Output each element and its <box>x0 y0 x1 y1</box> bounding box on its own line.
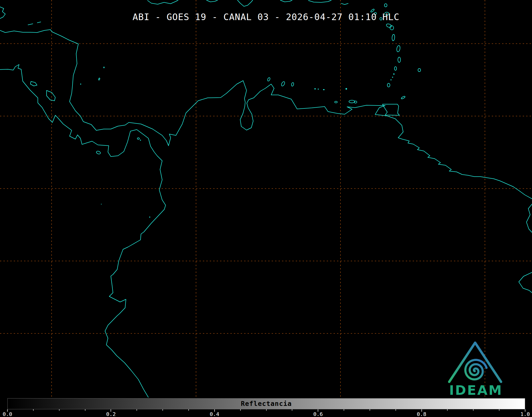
colorbar-minor-tick <box>162 409 163 411</box>
coastline-hispaniola-south <box>238 0 253 6</box>
coastline-puerto-rico-south <box>308 0 331 2</box>
island-pearl-2 <box>140 140 141 141</box>
island-grenadines-1 <box>393 73 394 75</box>
island-los-roques-1 <box>314 88 316 89</box>
colorbar-minor-tick <box>473 409 474 411</box>
coastline-caribbean-mainland <box>0 30 532 199</box>
colorbar-minor-tick <box>499 409 499 411</box>
island-barbados <box>418 68 421 72</box>
colorbar-minor-tick <box>137 409 137 411</box>
coastline-right-edge-fragment-2 <box>519 272 532 293</box>
island-grenada <box>387 83 390 87</box>
island-martinique <box>396 45 401 52</box>
colorbar-minor-tick <box>59 409 60 411</box>
coastline-pacific-mainland <box>0 65 166 397</box>
coastline-right-edge-fragment-1 <box>526 204 532 232</box>
colorbar-minor-tick <box>266 409 267 411</box>
island-aruba <box>267 77 270 81</box>
island-trinidad <box>383 104 399 115</box>
island-blanquilla <box>345 88 347 90</box>
colorbar-minor-tick <box>85 409 85 411</box>
coastline-jamaica-south <box>148 0 178 4</box>
colorbar-minor-tick <box>188 409 189 411</box>
lake-nicaragua <box>47 90 55 101</box>
island-grenadines-2 <box>392 77 393 78</box>
colorbar-minor-tick <box>395 409 396 411</box>
colorbar-minor-tick <box>370 409 370 411</box>
island-los-roques-2 <box>318 89 319 90</box>
ideam-logo: IDEAM <box>445 334 506 398</box>
lake-managua <box>30 81 37 86</box>
ideam-logo-mark <box>445 334 506 384</box>
colorbar-minor-tick <box>447 409 448 411</box>
island-corn <box>80 84 81 85</box>
colorbar-tick-label: 0.0 <box>3 411 12 417</box>
satellite-image-viewport: ABI - GOES 19 - CANAL 03 - 2026-04-27 01… <box>0 0 532 417</box>
island-providencia <box>103 67 104 68</box>
colorbar-minor-tick <box>33 409 34 411</box>
colorbar-tick-label: 0.6 <box>313 411 323 417</box>
colorbar-tick-label: 1.0 <box>520 411 530 417</box>
island-curacao <box>281 81 285 87</box>
island-coiba <box>96 151 101 155</box>
colorbar-tick-label: 0.4 <box>210 411 219 417</box>
island-margarita <box>349 100 355 103</box>
island-grenadines-3 <box>390 79 392 80</box>
venezuelan-islands <box>267 77 357 103</box>
colorbar-tick-label: 0.2 <box>106 411 116 417</box>
island-pearl-1 <box>137 138 139 139</box>
island-st-croix <box>341 3 348 4</box>
island-st-vincent <box>394 67 397 70</box>
colorbar-label: Reflectancia <box>7 398 525 409</box>
colorbar-minor-tick <box>240 409 241 411</box>
island-malpelo <box>101 204 102 204</box>
island-dominica <box>392 34 395 41</box>
island-tobago <box>401 96 406 99</box>
island-san-andres <box>98 78 100 80</box>
logo-spiral <box>465 360 486 379</box>
island-barbuda <box>384 4 387 7</box>
island-gorgona <box>149 217 150 218</box>
island-st-lucia <box>398 57 401 62</box>
ideam-logo-text: IDEAM <box>445 383 506 398</box>
colorbar-tick-labels: 0.00.20.40.60.81.0 <box>7 411 525 417</box>
west-caribbean-pacific-islands <box>80 67 150 218</box>
island-guadeloupe-e <box>389 25 394 30</box>
colorbar-tick-label: 0.8 <box>417 411 426 417</box>
coastline-haiti-tip <box>207 0 217 2</box>
colorbar-minor-tick <box>344 409 344 411</box>
island-orchila <box>323 89 325 90</box>
colorbar-minor-tick <box>292 409 292 411</box>
island-tortuga <box>335 101 337 103</box>
coastline-hispaniola-east <box>280 0 292 2</box>
bay-islands <box>28 22 41 25</box>
image-title: ABI - GOES 19 - CANAL 03 - 2026-04-27 01… <box>0 12 532 22</box>
island-bonaire <box>291 82 294 86</box>
